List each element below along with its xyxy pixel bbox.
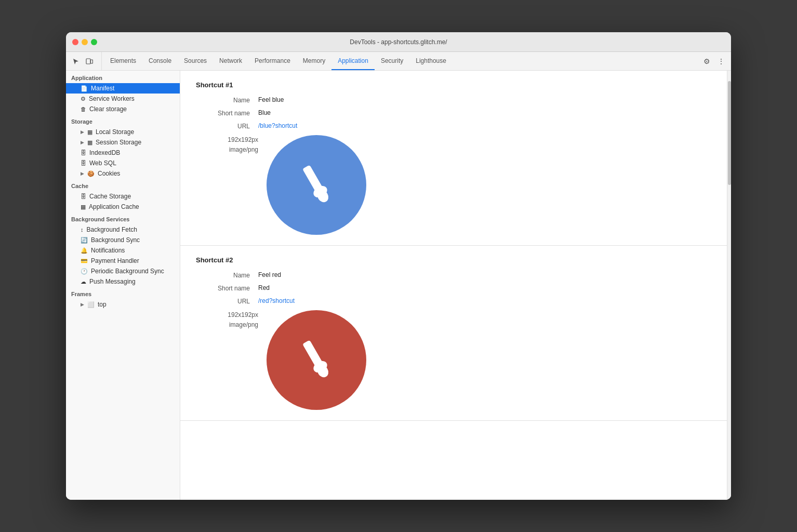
web-sql-icon: 🗄 [81, 160, 86, 166]
notifications-icon: 🔔 [81, 247, 88, 254]
settings-icon[interactable]: ⚙ [701, 56, 712, 67]
shortcut-2-image-container: 192x192px image/png [196, 310, 711, 410]
tab-memory[interactable]: Memory [297, 52, 331, 70]
tab-performance[interactable]: Performance [248, 52, 297, 70]
tab-lighthouse[interactable]: Lighthouse [409, 52, 453, 70]
sidebar-item-clear-storage[interactable]: 🗑 Clear storage [66, 104, 180, 114]
shortcut-1-section: Shortcut #1 Name Feel blue Short name Bl… [180, 71, 727, 246]
tab-application[interactable]: Application [331, 52, 375, 70]
shortcut-2-image-labels: 192x192px image/png [196, 310, 258, 330]
tab-elements[interactable]: Elements [104, 52, 142, 70]
maximize-button[interactable] [91, 39, 97, 45]
shortcut-1-image-type: image/png [196, 145, 258, 155]
expand-arrow-local: ▶ [81, 129, 84, 135]
sidebar-section-storage: Storage [66, 114, 180, 127]
tab-network[interactable]: Network [213, 52, 248, 70]
shortcut-2-url-row: URL /red?shortcut [196, 297, 711, 305]
cookies-icon: 🍪 [87, 170, 95, 177]
svg-rect-0 [86, 59, 90, 64]
devtools-panel: Elements Console Sources Network Perform… [66, 52, 731, 500]
frame-icon: ⬜ [87, 301, 95, 308]
shortcut-1-image-size: 192x192px [196, 135, 258, 145]
sidebar-item-periodic-background-sync[interactable]: 🕐 Periodic Background Sync [66, 266, 180, 276]
sidebar-item-indexeddb[interactable]: 🗄 IndexedDB [66, 148, 180, 158]
payment-handler-icon: 💳 [81, 258, 88, 264]
cursor-icon[interactable] [70, 56, 82, 67]
session-storage-icon: ▦ [87, 139, 92, 146]
sidebar-item-payment-handler[interactable]: 💳 Payment Handler [66, 256, 180, 266]
window-title: DevTools - app-shortcuts.glitch.me/ [350, 38, 447, 46]
manifest-icon: 📄 [81, 85, 88, 92]
background-sync-icon: 🔄 [81, 237, 88, 244]
shortcut-1-image-container: 192x192px image/png [196, 135, 711, 235]
sidebar-item-top[interactable]: ▶ ⬜ top [66, 299, 180, 310]
tab-sources[interactable]: Sources [178, 52, 213, 70]
shortcut-1-image-labels: 192x192px image/png [196, 135, 258, 155]
shortcut-1-name-row: Name Feel blue [196, 96, 711, 104]
shortcut-2-name-label: Name [196, 271, 258, 279]
shortcut-2-name-row: Name Feel red [196, 271, 711, 279]
shortcut-2-shortname-label: Short name [196, 284, 258, 292]
main-panel: Shortcut #1 Name Feel blue Short name Bl… [180, 71, 727, 500]
devtools-toolbar: Elements Console Sources Network Perform… [66, 52, 731, 71]
local-storage-icon: ▦ [87, 129, 92, 136]
shortcut-1-url-label: URL [196, 122, 258, 130]
more-icon[interactable]: ⋮ [715, 56, 727, 67]
expand-arrow-session: ▶ [81, 140, 84, 145]
sidebar-item-cookies[interactable]: ▶ 🍪 Cookies [66, 168, 180, 179]
sidebar-item-notifications[interactable]: 🔔 Notifications [66, 245, 180, 256]
sidebar-section-frames: Frames [66, 287, 180, 299]
close-button[interactable] [72, 39, 78, 45]
expand-arrow-cookies: ▶ [81, 171, 84, 176]
shortcut-2-url-label: URL [196, 297, 258, 305]
shortcut-1-url-link[interactable]: /blue?shortcut [258, 122, 297, 129]
push-messaging-icon: ☁ [81, 278, 86, 285]
shortcut-1-name-value: Feel blue [258, 96, 284, 103]
shortcut-2-url-link[interactable]: /red?shortcut [258, 297, 295, 304]
indexeddb-icon: 🗄 [81, 150, 86, 156]
shortcut-1-shortname-label: Short name [196, 109, 258, 117]
toolbar-end: ⚙ ⋮ [701, 52, 727, 70]
clear-storage-icon: 🗑 [81, 106, 86, 112]
shortcut-2-name-value: Feel red [258, 271, 281, 278]
sidebar-item-push-messaging[interactable]: ☁ Push Messaging [66, 276, 180, 287]
sidebar-item-cache-storage[interactable]: 🗄 Cache Storage [66, 191, 180, 202]
sidebar-item-session-storage[interactable]: ▶ ▦ Session Storage [66, 137, 180, 148]
sidebar-item-local-storage[interactable]: ▶ ▦ Local Storage [66, 127, 180, 137]
title-bar: DevTools - app-shortcuts.glitch.me/ [66, 32, 731, 52]
sidebar-section-cache: Cache [66, 179, 180, 191]
toolbar-icons [70, 52, 102, 70]
traffic-lights [72, 39, 97, 45]
sidebar: Application 📄 Manifest ⚙ Service Workers… [66, 71, 180, 500]
sidebar-item-service-workers[interactable]: ⚙ Service Workers [66, 94, 180, 104]
minimize-button[interactable] [82, 39, 88, 45]
scrollbar-track[interactable] [727, 71, 731, 500]
periodic-sync-icon: 🕐 [81, 268, 88, 275]
sidebar-item-manifest[interactable]: 📄 Manifest [66, 83, 180, 94]
paintbrush-red-icon [290, 334, 342, 386]
tab-security[interactable]: Security [375, 52, 409, 70]
shortcut-2-section: Shortcut #2 Name Feel red Short name Red… [180, 246, 727, 421]
svg-rect-1 [91, 60, 93, 63]
shortcut-2-image [267, 310, 366, 410]
service-workers-icon: ⚙ [81, 96, 86, 102]
shortcut-1-shortname-row: Short name Blue [196, 109, 711, 117]
shortcut-1-title: Shortcut #1 [196, 81, 711, 89]
sidebar-section-background-services: Background Services [66, 212, 180, 224]
tab-console[interactable]: Console [142, 52, 178, 70]
application-cache-icon: ▦ [81, 204, 86, 210]
shortcut-2-image-size: 192x192px [196, 310, 258, 320]
browser-window: DevTools - app-shortcuts.glitch.me/ [66, 32, 731, 500]
shortcut-1-url-row: URL /blue?shortcut [196, 122, 711, 130]
sidebar-item-application-cache[interactable]: ▦ Application Cache [66, 202, 180, 212]
background-fetch-icon: ↕ [81, 227, 84, 233]
sidebar-item-background-fetch[interactable]: ↕ Background Fetch [66, 224, 180, 235]
paintbrush-blue-icon [290, 159, 342, 211]
shortcut-1-shortname-value: Blue [258, 109, 271, 116]
scrollbar-thumb[interactable] [728, 81, 731, 185]
sidebar-item-background-sync[interactable]: 🔄 Background Sync [66, 235, 180, 245]
cache-storage-icon: 🗄 [81, 193, 86, 200]
device-icon[interactable] [84, 56, 95, 67]
sidebar-item-web-sql[interactable]: 🗄 Web SQL [66, 158, 180, 168]
shortcut-2-image-type: image/png [196, 320, 258, 330]
